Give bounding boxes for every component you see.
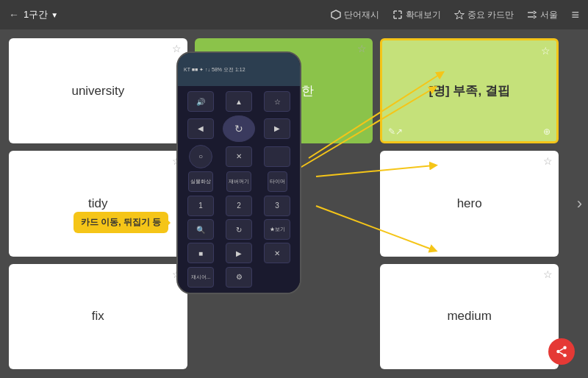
star-icon[interactable]: ☆ (543, 155, 553, 167)
card-university-text: university (68, 81, 127, 101)
svg-line-11 (559, 349, 563, 351)
search-button[interactable]: 🔍 (187, 219, 214, 240)
card-hero[interactable]: ☆ hero (380, 151, 559, 256)
group-selector[interactable]: 1구간 ▼ (24, 8, 58, 21)
card-medium-text: medium (444, 306, 494, 327)
timer-button[interactable]: 타이머 (268, 171, 287, 192)
stop-button[interactable]: ■ (187, 243, 214, 263)
num2-button[interactable]: 2 (226, 196, 252, 216)
right-button[interactable]: ▶ (264, 118, 290, 139)
topbar-left: ← 1구간 ▼ (9, 8, 319, 21)
reset2-button[interactable]: 재버꺼기 (226, 171, 251, 192)
phone-controls: 🔊 ▲ ☆ ◀ ↻ ▶ ○ ✕ 실물화상 재버꺼기 타이머 1 2 3 (178, 86, 300, 293)
important-cards-button[interactable]: 중요 카드만 (454, 9, 514, 21)
svg-point-8 (556, 350, 560, 354)
edit-icon[interactable]: ✎↗ (388, 126, 403, 137)
svg-point-9 (563, 354, 567, 357)
extra-button[interactable] (264, 146, 290, 167)
more-button[interactable]: 재시어... (187, 267, 214, 288)
bookmark-button[interactable]: ★보기 (264, 219, 290, 240)
phone-statusbar: KT ■■ ✦ ↑↓ 58% 오전 1:12 (178, 53, 300, 86)
card-lack[interactable]: ☆ [명] 부족, 결핍 ✎↗ ⊕ (380, 38, 559, 143)
card-lack-text: [명] 부족, 결핍 (426, 79, 513, 102)
card-fix-text: fix (89, 306, 107, 327)
card-tidy[interactable]: ☆ tidy (9, 151, 187, 256)
phone-overlay: KT ■■ ✦ ↑↓ 58% 오전 1:12 🔊 ▲ ☆ ◀ ↻ ▶ ○ ✕ 실… (176, 51, 301, 316)
gear-button[interactable]: ⚙ (226, 267, 252, 288)
up-button[interactable]: ▲ (226, 91, 252, 112)
expand-button[interactable]: 확대보기 (392, 9, 441, 21)
share-button[interactable] (548, 338, 575, 365)
word-icon (331, 10, 341, 20)
zoom-icon[interactable]: ⊕ (543, 126, 551, 137)
num3-button[interactable]: 3 (264, 196, 290, 216)
star-icon[interactable]: ☆ (543, 268, 553, 280)
expand-icon (392, 10, 403, 20)
next-button[interactable]: › (577, 194, 582, 213)
card-fix[interactable]: ☆ fix (9, 264, 187, 369)
left-button[interactable]: ◀ (187, 118, 214, 139)
card-tidy-text: tidy (85, 193, 110, 214)
svg-line-10 (559, 352, 563, 354)
seoul-button[interactable]: 서울 (527, 9, 558, 21)
topbar-right: 단어재시 확대보기 중요 카드만 서울 ≡ (331, 7, 579, 23)
svg-marker-0 (331, 10, 340, 19)
x-button[interactable]: ✕ (226, 146, 252, 167)
card-hero-text: hero (454, 193, 485, 214)
refresh2-button[interactable]: ↻ (226, 219, 252, 240)
star-icon[interactable]: ☆ (357, 43, 367, 54)
card-university[interactable]: ☆ university (9, 38, 187, 143)
star-icon[interactable]: ☆ (541, 45, 551, 57)
share-icon (555, 345, 568, 358)
volume-button[interactable]: 🔊 (187, 91, 214, 112)
main-content: ☆ university ☆ [형] 신선한 ☆ [명] 부족, 결핍 ✎↗ ⊕… (0, 29, 588, 378)
settings-button[interactable]: ✕ (264, 243, 290, 263)
svg-point-7 (563, 346, 567, 350)
fav-button[interactable]: ☆ (264, 91, 290, 112)
menu-button[interactable]: ≡ (571, 7, 579, 23)
phone-body: KT ■■ ✦ ↑↓ 58% 오전 1:12 🔊 ▲ ☆ ◀ ↻ ▶ ○ ✕ 실… (176, 51, 301, 294)
circle-button[interactable]: ○ (189, 145, 212, 168)
word-review-button[interactable]: 단어재시 (331, 9, 379, 21)
shuffle-icon (527, 10, 537, 20)
tooltip-bubble: 카드 이동, 뒤집기 등 (74, 212, 168, 233)
topbar: ← 1구간 ▼ 단어재시 확대보기 중요 카드만 서울 ≡ (0, 0, 588, 29)
star-icon (454, 10, 465, 20)
back-button[interactable]: ← (9, 9, 19, 21)
play-button[interactable]: ▶ (226, 243, 252, 263)
reset1-button[interactable]: 실물화상 (188, 171, 213, 192)
svg-marker-1 (455, 10, 465, 19)
refresh-button[interactable]: ↻ (223, 115, 255, 142)
card-medium[interactable]: ☆ medium (380, 264, 559, 369)
num1-button[interactable]: 1 (187, 196, 214, 216)
